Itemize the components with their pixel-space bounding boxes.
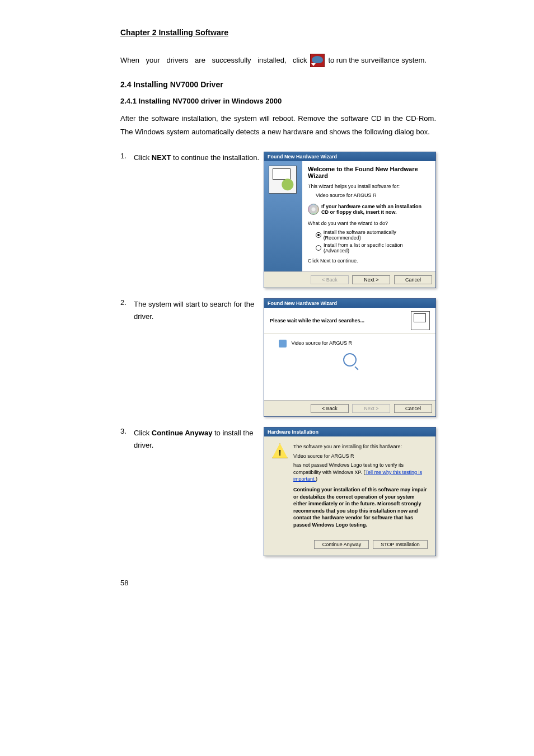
step-1-row: 1. Click NEXT to continue the installati… — [120, 152, 436, 288]
dialog3-line2b: ) — [316, 476, 317, 482]
radio-advanced-install[interactable] — [316, 245, 321, 251]
step-3-pre: Click — [134, 429, 152, 437]
radio-auto-install[interactable] — [316, 232, 321, 238]
next-button[interactable]: Next > — [352, 275, 390, 284]
section-lead: After the software installation, the sys… — [120, 112, 436, 139]
step-1-text: Click NEXT to continue the installation. — [134, 152, 264, 164]
dialog1-titlebar: Found New Hardware Wizard — [264, 152, 435, 161]
cd-icon — [308, 204, 319, 215]
step-3-num: 3. — [120, 427, 134, 435]
step-2-text: The system will start to search for the … — [134, 298, 264, 323]
back-button: < Back — [311, 275, 349, 284]
dialog3-titlebar: Hardware Installation — [264, 428, 435, 436]
subsection-heading: 2.4.1 Installing NV7000 driver in Window… — [120, 97, 436, 105]
hardware-mini-icon — [411, 311, 430, 330]
step-1-post: to continue the installation. — [171, 153, 259, 162]
continue-anyway-button[interactable]: Continue Anyway — [314, 540, 369, 549]
step-1-pre: Click — [134, 153, 152, 162]
step-3-text: Click Continue Anyway to install the dri… — [134, 427, 264, 452]
page-number: 58 — [120, 579, 436, 587]
step-2-row: 2. The system will start to search for t… — [120, 298, 436, 417]
warning-icon: ! — [272, 443, 288, 458]
dialog1-question: What do you want the wizard to do? — [308, 220, 430, 226]
hardware-installation-dialog: Hardware Installation ! The software you… — [264, 427, 436, 556]
hardware-wizard-icon — [269, 166, 297, 194]
dialog3-device: Video source for ARGUS R — [293, 453, 428, 460]
cancel-button[interactable]: Cancel — [394, 404, 432, 413]
dialog2-device: Video source for ARGUS R — [292, 340, 352, 346]
dialog1-continue-hint: Click Next to continue. — [308, 258, 430, 264]
next-button: Next > — [352, 404, 390, 413]
radio-advanced-label: Install from a list or specific location… — [324, 242, 430, 253]
dialog1-heading: Welcome to the Found New Hardware Wizard — [308, 166, 430, 179]
step-3-row: 3. Click Continue Anyway to install the … — [120, 427, 436, 556]
step-2-num: 2. — [120, 298, 134, 307]
dialog2-wait-text: Please wait while the wizard searches... — [270, 318, 364, 323]
found-new-hardware-dialog-1: Found New Hardware Wizard Welcome to the… — [264, 152, 436, 288]
dialog3-line1: The software you are installing for this… — [293, 443, 428, 450]
back-button[interactable]: < Back — [311, 404, 349, 413]
dialog1-device: Video source for ARGUS R — [308, 192, 430, 198]
dialog1-cd-note: If your hardware came with an installati… — [321, 204, 430, 215]
step-3-bold: Continue Anyway — [152, 429, 213, 437]
intro-paragraph: When your drivers are successfully insta… — [120, 54, 436, 68]
section-heading: 2.4 Installing NV7000 Driver — [120, 80, 436, 89]
intro-post: to run the surveillance system. — [328, 54, 427, 68]
intro-pre: When your drivers are successfully insta… — [120, 54, 307, 68]
stop-installation-button[interactable]: STOP Installation — [373, 540, 428, 549]
step-1-num: 1. — [120, 152, 134, 160]
dialog2-titlebar: Found New Hardware Wizard — [264, 299, 435, 308]
device-icon — [279, 340, 287, 348]
cancel-button[interactable]: Cancel — [394, 275, 432, 284]
chapter-header: Chapter 2 Installing Software — [120, 28, 436, 37]
radio-auto-label: Install the software automatically (Reco… — [324, 229, 430, 241]
search-progress-icon — [343, 353, 357, 367]
surveillance-app-icon — [310, 54, 325, 67]
step-1-bold: NEXT — [152, 153, 171, 162]
dialog1-sidebar — [264, 161, 302, 271]
found-new-hardware-dialog-2: Found New Hardware Wizard Please wait wh… — [264, 298, 436, 417]
dialog1-p1: This wizard helps you install software f… — [308, 184, 430, 189]
dialog3-warning: Continuing your installation of this sof… — [293, 487, 427, 528]
